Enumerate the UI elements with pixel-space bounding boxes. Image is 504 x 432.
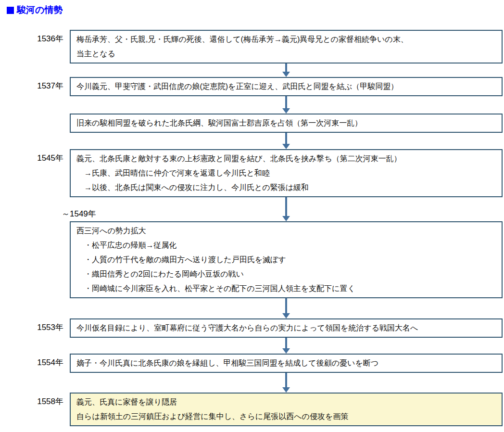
gap-spacer: [0, 197, 70, 221]
arrow-area: [70, 96, 503, 114]
arrow-stem: [285, 373, 287, 387]
year-label: 1536年: [0, 30, 70, 44]
year-label: [0, 114, 70, 117]
arrow-stem: [285, 96, 287, 108]
timeline-row: 1553年 今川仮名目録により、室町幕府に従う守護大名から自らの実力によって領国…: [0, 318, 503, 338]
page-title-text: 駿河の情勢: [17, 4, 63, 16]
timeline-row: 1536年 梅岳承芳、父・氏親,兄・氏輝の死後、還俗して(梅岳承芳→義元)異母兄…: [0, 30, 503, 64]
gap-spacer: [0, 96, 70, 114]
year-label: 1554年: [0, 354, 70, 368]
down-arrow-icon: [282, 96, 290, 114]
bullet-square-icon: [7, 7, 14, 14]
down-arrow-icon: [282, 338, 290, 354]
arrow-head: [282, 313, 290, 318]
arrow-area: [70, 338, 503, 354]
gap-spacer: [0, 298, 70, 318]
flow-gap: [0, 338, 503, 354]
event-text: 旧来の駿相同盟を破られた北条氏綱、駿河国富士郡吉原を占領（第一次河東一乱）: [76, 116, 496, 130]
down-arrow-icon: [282, 298, 290, 318]
event-text: 嫡子・今川氏真に北条氏康の娘を縁組し、甲相駿三国同盟を結成して後顧の憂いを断つ: [76, 356, 496, 370]
arrow-stem: [285, 133, 287, 144]
arrow-stem: [285, 64, 287, 72]
gap-spacer: [0, 373, 70, 393]
flow-gap: [0, 133, 503, 149]
flow-gap: [0, 64, 503, 77]
timeline-row: 旧来の駿相同盟を破られた北条氏綱、駿河国富士郡吉原を占領（第一次河東一乱）: [0, 114, 503, 133]
arrow-stem: [285, 197, 287, 216]
year-label: 1537年: [0, 77, 70, 91]
arrow-stem: [285, 338, 287, 348]
event-box: 旧来の駿相同盟を破られた北条氏綱、駿河国富士郡吉原を占領（第一次河東一乱）: [70, 114, 503, 133]
page-title: 駿河の情勢: [7, 4, 503, 16]
flow-gap: ～1549年: [0, 197, 503, 221]
event-box: 義元、北条氏康と敵対する東の上杉憲政と同盟を結び、北条氏を挟み撃ち（第二次河東一…: [70, 149, 503, 197]
gap-spacer: [0, 133, 70, 149]
arrow-area: [70, 373, 503, 393]
timeline-row: 1558年 義元、氏真に家督を譲り隠居 自らは新領土の三河鎮圧および経営に集中し…: [0, 393, 503, 426]
event-text: 西三河への勢力拡大 ・松平広忠の帰順→従属化 ・人質の竹千代を敵の織田方へ送り渡…: [76, 224, 496, 296]
arrow-stem: [285, 298, 287, 313]
timeline-row: 1537年 今川義元、甲斐守護・武田信虎の娘(定恵院)を正室に迎え、武田氏と同盟…: [0, 77, 503, 96]
down-arrow-icon: [282, 133, 290, 149]
event-box: 今川義元、甲斐守護・武田信虎の娘(定恵院)を正室に迎え、武田氏と同盟を結ぶ（甲駿…: [70, 77, 503, 96]
year-label-above: ～1549年: [62, 208, 96, 219]
event-box: 嫡子・今川氏真に北条氏康の娘を縁組し、甲相駿三国同盟を結成して後顧の憂いを断つ: [70, 354, 503, 373]
arrow-area: [70, 197, 503, 221]
arrow-head: [282, 144, 290, 149]
year-label: 1553年: [0, 318, 70, 333]
arrow-head: [282, 216, 290, 221]
event-box: 梅岳承芳、父・氏親,兄・氏輝の死後、還俗して(梅岳承芳→義元)異母兄との家督相続…: [70, 30, 503, 64]
event-text: 今川仮名目録により、室町幕府に従う守護大名から自らの実力によって領国を統治する戦…: [76, 321, 496, 335]
arrow-area: [70, 64, 503, 77]
down-arrow-icon: [282, 64, 290, 77]
event-text: 今川義元、甲斐守護・武田信虎の娘(定恵院)を正室に迎え、武田氏と同盟を結ぶ（甲駿…: [76, 79, 496, 94]
timeline-row: 西三河への勢力拡大 ・松平広忠の帰順→従属化 ・人質の竹千代を敵の織田方へ送り渡…: [0, 221, 503, 298]
flow-gap: [0, 298, 503, 318]
down-arrow-icon: [282, 373, 290, 393]
arrow-area: [70, 133, 503, 149]
gap-spacer: [0, 338, 70, 354]
timeline-row: 1545年 義元、北条氏康と敵対する東の上杉憲政と同盟を結び、北条氏を挟み撃ち（…: [0, 149, 503, 197]
gap-spacer: [0, 64, 70, 77]
flow-gap: [0, 96, 503, 114]
event-box: 西三河への勢力拡大 ・松平広忠の帰順→従属化 ・人質の竹千代を敵の織田方へ送り渡…: [70, 221, 503, 298]
event-text: 義元、北条氏康と敵対する東の上杉憲政と同盟を結び、北条氏を挟み撃ち（第二次河東一…: [76, 152, 496, 195]
event-box-highlighted: 義元、氏真に家督を譲り隠居 自らは新領土の三河鎮圧および経営に集中し、さらに尾張…: [70, 393, 503, 426]
year-label: 1545年: [0, 149, 70, 164]
flow-gap: [0, 373, 503, 393]
arrow-head: [282, 72, 290, 77]
down-arrow-icon: [282, 197, 290, 221]
slide-page: 駿河の情勢 1536年 梅岳承芳、父・氏親,兄・氏輝の死後、還俗して(梅岳承芳→…: [0, 0, 504, 432]
event-text: 梅岳承芳、父・氏親,兄・氏輝の死後、還俗して(梅岳承芳→義元)異母兄との家督相続…: [76, 32, 496, 61]
event-box: 今川仮名目録により、室町幕府に従う守護大名から自らの実力によって領国を統治する戦…: [70, 318, 503, 338]
event-text: 義元、氏真に家督を譲り隠居 自らは新領土の三河鎮圧および経営に集中し、さらに尾張…: [76, 395, 496, 424]
year-label: 1558年: [0, 393, 70, 407]
timeline-row: 1554年 嫡子・今川氏真に北条氏康の娘を縁組し、甲相駿三国同盟を結成して後顧の…: [0, 354, 503, 373]
year-label: [0, 221, 70, 225]
arrow-area: [70, 298, 503, 318]
arrow-head: [282, 348, 290, 354]
arrow-head: [282, 108, 290, 114]
arrow-head: [282, 387, 290, 393]
